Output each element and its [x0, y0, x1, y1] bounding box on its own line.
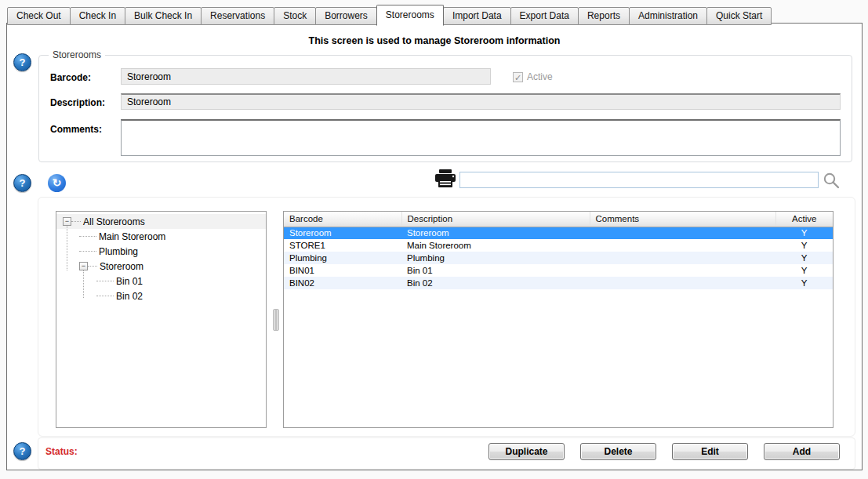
tree-connector [88, 266, 97, 267]
tree-connector [71, 221, 81, 222]
storerooms-screen: This screen is used to manage Storeroom … [6, 23, 863, 470]
panel-splitter[interactable] [273, 309, 279, 331]
cell-description: Main Storeroom [401, 239, 590, 252]
tab-storerooms[interactable]: Storerooms [376, 5, 444, 26]
tree-connector [96, 296, 114, 296]
column-header-active[interactable]: Active [775, 212, 833, 227]
tab-import-data[interactable]: Import Data [443, 7, 511, 25]
tab-check-in[interactable]: Check In [70, 7, 125, 25]
app-window: Check OutCheck InBulk Check InReservatio… [0, 0, 868, 479]
tree-item-label: Storeroom [97, 261, 143, 272]
tab-stock[interactable]: Stock [274, 7, 316, 25]
active-checkbox: ✓ Active [513, 71, 553, 82]
help-icon[interactable]: ? [13, 174, 31, 192]
tab-bar: Check OutCheck InBulk Check InReservatio… [8, 5, 772, 25]
table-row[interactable]: STORE1Main StoreroomY [284, 239, 833, 252]
cell-active: Y [775, 277, 833, 289]
storeroom-table-panel: BarcodeDescriptionCommentsActive Storero… [283, 211, 833, 428]
tab-borrowers[interactable]: Borrowers [315, 7, 377, 25]
tab-check-out[interactable]: Check Out [7, 7, 71, 25]
edit-button[interactable]: Edit [672, 443, 748, 460]
cell-comments [590, 227, 775, 239]
tree-connector [79, 236, 96, 237]
add-button[interactable]: Add [764, 443, 840, 460]
search-magnifier-icon[interactable] [822, 172, 841, 194]
barcode-input[interactable] [121, 68, 491, 85]
refresh-icon[interactable]: ↻ [48, 174, 66, 192]
tree-collapse-icon[interactable]: − [79, 262, 88, 270]
tab-export-data[interactable]: Export Data [510, 7, 579, 25]
storerooms-groupbox: Storerooms Barcode: ✓ Active Description… [38, 55, 852, 162]
cell-comments [590, 252, 775, 264]
cell-barcode: STORE1 [284, 239, 401, 252]
tree-item-bin-02[interactable]: Bin 02 [56, 288, 266, 303]
storeroom-tree: −All StoreroomsMain StoreroomPlumbing−St… [56, 211, 267, 428]
duplicate-button[interactable]: Duplicate [488, 443, 565, 460]
storeroom-table: BarcodeDescriptionCommentsActive Storero… [284, 212, 833, 289]
description-input[interactable] [121, 93, 841, 110]
cell-active: Y [775, 239, 833, 252]
tab-reservations[interactable]: Reservations [201, 7, 274, 25]
cell-description: Bin 01 [401, 264, 590, 277]
action-button-row: DuplicateDeleteEditAdd [488, 443, 840, 460]
cell-active: Y [775, 227, 833, 239]
help-icon[interactable]: ? [13, 442, 31, 460]
checkbox-check-icon: ✓ [513, 72, 523, 82]
cell-comments [590, 239, 775, 252]
tree-item-label: All Storerooms [81, 216, 145, 227]
tree-item-label: Bin 02 [114, 291, 143, 302]
tab-quick-start[interactable]: Quick Start [706, 7, 772, 25]
table-row[interactable]: BIN01Bin 01Y [284, 264, 833, 277]
tree-item-plumbing[interactable]: Plumbing [56, 244, 266, 259]
description-label: Description: [50, 97, 105, 108]
cell-description: Bin 02 [401, 277, 590, 289]
table-row[interactable]: StoreroomStoreroomY [284, 227, 833, 239]
tab-reports[interactable]: Reports [578, 7, 630, 25]
cell-description: Storeroom [401, 227, 590, 239]
cell-description: Plumbing [401, 252, 590, 264]
cell-barcode: BIN01 [284, 264, 401, 277]
tree-item-main-storeroom[interactable]: Main Storeroom [56, 229, 266, 244]
tree-item-label: Main Storeroom [96, 231, 165, 242]
groupbox-title: Storerooms [49, 49, 105, 60]
cell-comments [590, 277, 775, 289]
tree-item-storeroom[interactable]: −Storeroom [56, 259, 266, 274]
cell-barcode: Plumbing [284, 252, 401, 264]
printer-icon[interactable] [434, 169, 457, 192]
tree-item-bin-01[interactable]: Bin 01 [56, 274, 266, 288]
cell-active: Y [775, 264, 833, 277]
help-icon[interactable]: ? [13, 53, 31, 71]
status-label: Status: [45, 446, 78, 457]
column-header-barcode[interactable]: Barcode [284, 212, 401, 227]
tree-connector [83, 270, 84, 298]
table-row[interactable]: PlumbingPlumbingY [284, 252, 833, 264]
cell-active: Y [775, 252, 833, 264]
tree-connector [79, 251, 96, 252]
tab-administration[interactable]: Administration [629, 7, 707, 25]
table-row[interactable]: BIN02Bin 02Y [284, 277, 833, 289]
cell-comments [590, 264, 775, 277]
tree-connector [96, 281, 114, 281]
active-checkbox-label: Active [527, 71, 553, 82]
barcode-label: Barcode: [50, 72, 91, 83]
comments-input[interactable] [121, 119, 841, 156]
screen-instruction: This screen is used to manage Storeroom … [7, 35, 862, 46]
tree-connector [67, 226, 67, 270]
tree-item-all-storerooms[interactable]: −All Storerooms [56, 214, 266, 229]
column-header-description[interactable]: Description [401, 212, 590, 227]
table-header-row: BarcodeDescriptionCommentsActive [284, 212, 833, 227]
tree-item-label: Plumbing [96, 246, 138, 257]
delete-button[interactable]: Delete [580, 443, 656, 460]
tree-item-label: Bin 01 [114, 276, 143, 287]
cell-barcode: Storeroom [284, 227, 401, 239]
comments-label: Comments: [50, 124, 102, 135]
tree-collapse-icon[interactable]: − [63, 217, 71, 226]
cell-barcode: BIN02 [284, 277, 401, 289]
tab-bulk-check-in[interactable]: Bulk Check In [125, 7, 202, 25]
column-header-comments[interactable]: Comments [590, 212, 775, 227]
search-input[interactable] [459, 172, 819, 188]
